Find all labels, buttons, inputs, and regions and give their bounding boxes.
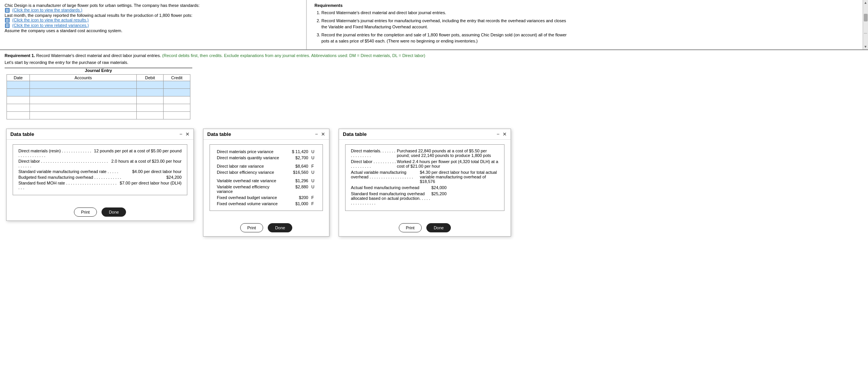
minimize-icon-3[interactable]: −	[496, 131, 500, 137]
var-row-2: Direct materials quantity variance $2,70…	[215, 155, 317, 161]
var-row-5: Variable overhead rate variance $1,296 U	[215, 178, 317, 184]
credit-cell-2[interactable]	[164, 88, 190, 96]
actual-link[interactable]: (Click the icon to view the actual resul…	[12, 18, 88, 22]
debit-cell-1[interactable]	[137, 81, 164, 88]
date-cell-3[interactable]	[7, 96, 30, 104]
modal3-print-button[interactable]: Print	[399, 223, 422, 232]
modal1-value-5: $7.00 per direct labor hour (DLH)	[120, 181, 182, 190]
modal2-body: Direct materials price variance $ 11,420…	[203, 140, 329, 219]
var-uf-7: F	[310, 194, 317, 201]
col-header-credit: Credit	[164, 74, 190, 81]
var-uf-3: F	[310, 163, 317, 169]
modal1-data-box: Direct materials (resin) . . . . . . . .…	[13, 144, 187, 195]
modal1-value-1: 12 pounds per pot at a cost of $5.00 per…	[94, 149, 182, 158]
modal3-body: Direct materials. . . . . . . . . . . . …	[339, 140, 511, 219]
intro-line1: Chic Design is a manufacturer of large f…	[5, 3, 301, 8]
col-header-debit: Debit	[137, 74, 164, 81]
modal3-value-2: Worked 2.4 hours per flower pot (4,320 t…	[397, 159, 499, 168]
modal3-row-5: Standard fixed manufacturing overhead al…	[351, 191, 499, 205]
modal1-controls[interactable]: − ✕	[179, 131, 190, 137]
modal2-footer: Print Done	[203, 219, 329, 236]
variances-icon	[5, 23, 10, 28]
debit-cell-4[interactable]	[137, 104, 164, 111]
scroll-up-arrow[interactable]: ▲	[864, 1, 867, 5]
modal3-label-1: Direct materials. . . . . . . . . . . . …	[351, 149, 397, 158]
modal1-value-3: $4.00 per direct labor hour	[132, 169, 182, 174]
table-row	[7, 88, 190, 96]
accounts-cell-2[interactable]	[29, 88, 136, 96]
date-cell-5[interactable]	[7, 111, 30, 119]
modal1-row-1: Direct materials (resin) . . . . . . . .…	[18, 149, 182, 158]
modal1-value-4: $24,200	[166, 175, 182, 180]
modal3-row-2: Direct labor . . . . . . . . . . . . . .…	[351, 159, 499, 168]
link-standards[interactable]: (Click the icon to view the standards.)	[5, 8, 301, 13]
debit-cell-5[interactable]	[137, 111, 164, 119]
modal1-done-button[interactable]: Done	[102, 207, 126, 217]
var-uf-8: F	[310, 201, 317, 207]
var-row-4: Direct labor efficiency variance $16,560…	[215, 169, 317, 175]
modal1-title: Data table	[10, 131, 34, 137]
close-icon-3[interactable]: ✕	[503, 131, 507, 137]
modal1-print-button[interactable]: Print	[74, 207, 97, 217]
modal3-label-4: Actual fixed manufacturing overhead	[351, 185, 431, 190]
modal2-controls[interactable]: − ✕	[315, 131, 325, 137]
var-amount-5: $1,296	[288, 178, 310, 184]
modal2-data-box: Direct materials price variance $ 11,420…	[210, 144, 323, 211]
scroll-thumb[interactable]	[864, 14, 868, 21]
date-cell-1[interactable]	[7, 81, 30, 88]
modal-titlebar-2: Data table − ✕	[203, 129, 329, 140]
minimize-icon-1[interactable]: −	[179, 131, 182, 137]
modal2-print-button[interactable]: Print	[240, 223, 264, 232]
debit-cell-3[interactable]	[137, 96, 164, 104]
credit-cell-1[interactable]	[164, 81, 190, 88]
var-label-2: Direct materials quantity variance	[215, 155, 288, 161]
accounts-cell-1[interactable]	[29, 81, 136, 88]
modal1-label-1: Direct materials (resin) . . . . . . . .…	[18, 149, 92, 158]
modal-variances: Data table − ✕ Direct materials price va…	[203, 129, 329, 237]
var-amount-7: $200	[288, 194, 310, 201]
var-row-1: Direct materials price variance $ 11,420…	[215, 149, 317, 155]
modal3-value-5: $25,200	[431, 191, 499, 205]
accounts-cell-5[interactable]	[29, 111, 136, 119]
requirements-list: Record Watermate's direct material and d…	[314, 10, 567, 44]
modal3-controls[interactable]: − ✕	[496, 131, 507, 137]
modal1-body: Direct materials (resin) . . . . . . . .…	[7, 140, 193, 204]
modal1-label-4: Budgeted fixed manufacturing overhead . …	[18, 175, 121, 180]
var-label-6: Variable overhead efficiency variance	[215, 184, 288, 194]
var-row-7: Fixed overhead budget variance $200 F	[215, 194, 317, 201]
var-amount-3: $8,640	[288, 163, 310, 169]
var-label-1: Direct materials price variance	[215, 149, 288, 155]
col-header-date: Date	[7, 74, 30, 81]
table-row	[7, 104, 190, 111]
standards-link[interactable]: (Click the icon to view the standards.)	[12, 8, 82, 12]
var-amount-4: $16,560	[288, 169, 310, 175]
credit-cell-4[interactable]	[164, 104, 190, 111]
date-cell-4[interactable]	[7, 104, 30, 111]
var-label-5: Variable overhead rate variance	[215, 178, 288, 184]
modal3-done-button[interactable]: Done	[426, 223, 451, 232]
vertical-scrollbar[interactable]: ▲ ••• ▼	[863, 0, 868, 49]
modal3-value-1: Purchased 22,840 pounds at a cost of $5.…	[397, 149, 499, 158]
close-icon-2[interactable]: ✕	[321, 131, 325, 137]
minimize-icon-2[interactable]: −	[315, 131, 318, 137]
req1-title: Requirement 1. Record Watermate's direct…	[5, 53, 863, 58]
variances-link[interactable]: (Click the icon to view related variance…	[12, 23, 89, 28]
credit-cell-5[interactable]	[164, 111, 190, 119]
var-label-8: Fixed overhead volume variance	[215, 201, 288, 207]
modal1-row-2: Direct labor . . . . . . . . . . . . . .…	[18, 159, 182, 168]
accounts-cell-3[interactable]	[29, 96, 136, 104]
table-row	[7, 96, 190, 104]
assume-text: Assume the company uses a standard cost …	[5, 28, 301, 33]
modal1-value-2: 2.0 hours at a cost of $23.00 per hour	[111, 159, 182, 168]
modal2-done-button[interactable]: Done	[268, 223, 292, 232]
modal3-title: Data table	[343, 131, 367, 137]
table-row	[7, 111, 190, 119]
link-actual[interactable]: (Click the icon to view the actual resul…	[5, 18, 301, 23]
accounts-cell-4[interactable]	[29, 104, 136, 111]
link-variances[interactable]: (Click the icon to view related variance…	[5, 23, 301, 28]
date-cell-2[interactable]	[7, 88, 30, 96]
scroll-down-arrow[interactable]: ▼	[864, 45, 867, 49]
credit-cell-3[interactable]	[164, 96, 190, 104]
debit-cell-2[interactable]	[137, 88, 164, 96]
close-icon-1[interactable]: ✕	[185, 131, 190, 137]
